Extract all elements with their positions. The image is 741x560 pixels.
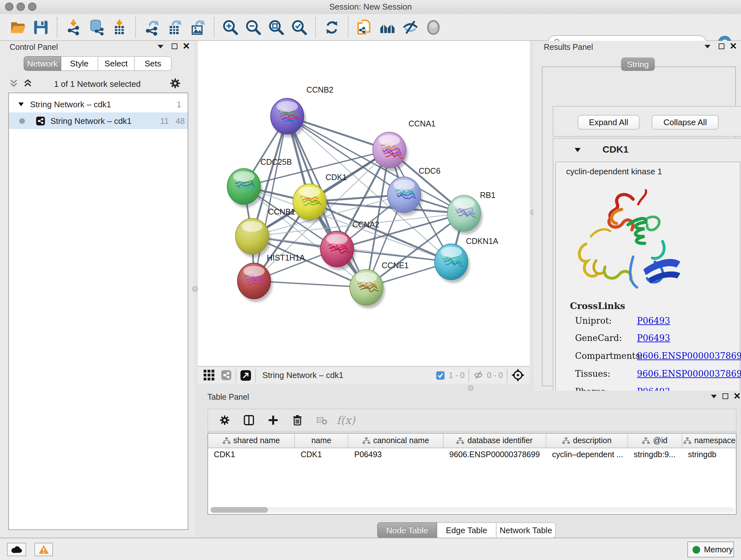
export-image-button[interactable] xyxy=(187,16,209,38)
table-options-button[interactable] xyxy=(214,411,235,430)
protein-name: CDK1 xyxy=(603,144,629,154)
delete-table-button[interactable] xyxy=(312,411,332,430)
crosslink-link[interactable]: P06493 xyxy=(637,333,670,343)
control-panel-float-button[interactable] xyxy=(172,44,178,49)
open-session-button[interactable] xyxy=(7,16,29,38)
bottom-splitter-handle[interactable] xyxy=(468,385,474,391)
column-header-shared-name[interactable]: shared name xyxy=(208,434,295,448)
separator xyxy=(235,368,236,382)
crosslink-link[interactable]: P06493 xyxy=(637,315,670,326)
collection-expander-icon[interactable] xyxy=(18,101,24,107)
birdseye-view-icon[interactable] xyxy=(240,369,252,381)
network-node-CDKN1A[interactable] xyxy=(434,244,470,283)
cloud-status-button[interactable] xyxy=(7,543,26,556)
network-node-CCNB2[interactable] xyxy=(271,98,306,137)
hide-panels-button[interactable] xyxy=(400,16,421,38)
toolbar-separator xyxy=(135,17,136,37)
selected-checkbox-icon[interactable] xyxy=(436,371,445,380)
column-header-namespace[interactable]: namespace xyxy=(682,434,737,448)
zoom-out-button[interactable] xyxy=(243,16,264,38)
network-node-CCNA1[interactable] xyxy=(373,132,408,171)
network-node-CCNE1[interactable] xyxy=(350,269,385,308)
tab-style[interactable]: Style xyxy=(61,56,98,71)
refresh-button[interactable] xyxy=(321,16,343,38)
column-header-name[interactable]: name xyxy=(295,434,348,448)
network-row-selected[interactable]: String Network – cdk1 11 48 xyxy=(9,112,188,129)
export-network-button[interactable] xyxy=(141,16,163,38)
results-panel-collapse-icon[interactable] xyxy=(704,43,711,50)
open-session-icon xyxy=(9,18,27,36)
table-tabs: Node TableEdge TableNetwork Table xyxy=(377,522,556,538)
table-panel-float-button[interactable] xyxy=(723,393,728,399)
copy-network-button[interactable] xyxy=(354,16,375,38)
results-panel-float-button[interactable] xyxy=(719,44,724,49)
warnings-button[interactable] xyxy=(35,543,53,556)
network-node-CDC25B[interactable] xyxy=(227,169,262,207)
tab-network[interactable]: Network xyxy=(23,56,61,71)
network-view-toolbar: String Network – cdk1 1 - 0 0 - 0 xyxy=(198,366,530,384)
network-view-share-icon[interactable] xyxy=(221,370,232,381)
table-row[interactable]: CDK1CDK1P064939606.ENSP00000378699cyclin… xyxy=(208,448,736,462)
fit-selected-crosshair-icon[interactable] xyxy=(511,368,525,382)
column-header-description[interactable]: description xyxy=(546,434,628,448)
column-header-@id[interactable]: @id xyxy=(628,434,682,448)
control-panel-close-button[interactable]: ✕ xyxy=(183,44,190,49)
control-panel-title: Control Panel xyxy=(10,43,58,52)
zoom-in-button[interactable] xyxy=(219,16,241,38)
delete-table-icon xyxy=(315,414,328,427)
network-node-HIST1H1A[interactable] xyxy=(238,263,273,302)
expand-all-button[interactable]: Expand All xyxy=(578,115,639,130)
create-column-button[interactable] xyxy=(263,411,283,430)
save-session-button[interactable] xyxy=(30,16,52,38)
zoom-fit-button[interactable] xyxy=(266,16,287,38)
current-network-name: String Network – cdk1 xyxy=(262,370,343,380)
results-panel-close-button[interactable]: ✕ xyxy=(730,44,737,49)
column-header-database-identifier[interactable]: database identifier xyxy=(444,434,546,448)
results-tab-string[interactable]: String xyxy=(621,57,655,71)
scrollbar-thumb[interactable] xyxy=(211,507,268,513)
node-label-CCNA1: CCNA1 xyxy=(408,119,435,128)
tab-edge-table[interactable]: Edge Table xyxy=(437,522,496,538)
table-panel-close-button[interactable]: ✕ xyxy=(733,393,741,399)
network-node-RB1[interactable] xyxy=(448,195,482,234)
show-panels-button[interactable] xyxy=(422,16,444,38)
import-network-database-button[interactable] xyxy=(85,16,107,38)
import-network-file-icon xyxy=(64,18,82,36)
node-table: shared namenamecanonical namedatabase id… xyxy=(207,433,737,515)
control-panel-collapse-icon[interactable] xyxy=(157,43,164,50)
toolbar-separator xyxy=(348,17,348,37)
protein-expander-icon[interactable] xyxy=(574,146,582,153)
export-network-icon xyxy=(143,18,161,36)
crosslink-link[interactable]: 9606.ENSP00000378699 xyxy=(637,351,741,361)
network-canvas[interactable]: CCNB2CCNA1CDC25BCDK1CDC6RB1CCNB1CCNA2CDK… xyxy=(198,41,530,366)
collapse-all-button[interactable]: Collapse All xyxy=(652,115,719,130)
memory-status-dot xyxy=(692,546,700,553)
network-overview-button[interactable] xyxy=(377,16,398,38)
memory-button[interactable]: Memory xyxy=(687,542,734,557)
tab-select[interactable]: Select xyxy=(98,56,135,71)
hidden-eye-icon[interactable] xyxy=(473,370,484,380)
protein-structure-image xyxy=(572,185,690,296)
network-list: String Network – cdk1 1 String Network –… xyxy=(8,92,188,530)
show-columns-button[interactable] xyxy=(239,411,259,430)
column-header-canonical-name[interactable]: canonical name xyxy=(348,434,444,448)
tab-node-table[interactable]: Node Table xyxy=(377,522,437,538)
left-splitter-handle[interactable] xyxy=(192,286,198,292)
export-image-icon xyxy=(189,18,207,36)
function-builder-button[interactable]: f(x) xyxy=(336,411,356,430)
crosslink-link[interactable]: 9606.ENSP00000378699 xyxy=(637,368,741,379)
export-table-button[interactable] xyxy=(164,16,186,38)
network-node-CCNA2[interactable] xyxy=(320,231,355,270)
network-options-gear-icon[interactable] xyxy=(169,77,182,90)
table-panel-collapse-icon[interactable] xyxy=(711,393,718,400)
import-table-button[interactable] xyxy=(109,16,130,38)
tab-sets[interactable]: Sets xyxy=(135,56,172,71)
network-collection-row[interactable]: String Network – cdk1 1 xyxy=(9,96,188,112)
delete-column-button[interactable] xyxy=(287,411,308,430)
table-horizontal-scrollbar[interactable] xyxy=(209,507,735,513)
table-toolbar: f(x) xyxy=(207,409,737,432)
import-network-file-button[interactable] xyxy=(63,16,84,38)
tab-network-table[interactable]: Network Table xyxy=(496,522,556,538)
zoom-selected-button[interactable] xyxy=(288,16,310,38)
grid-view-icon[interactable] xyxy=(204,370,214,381)
